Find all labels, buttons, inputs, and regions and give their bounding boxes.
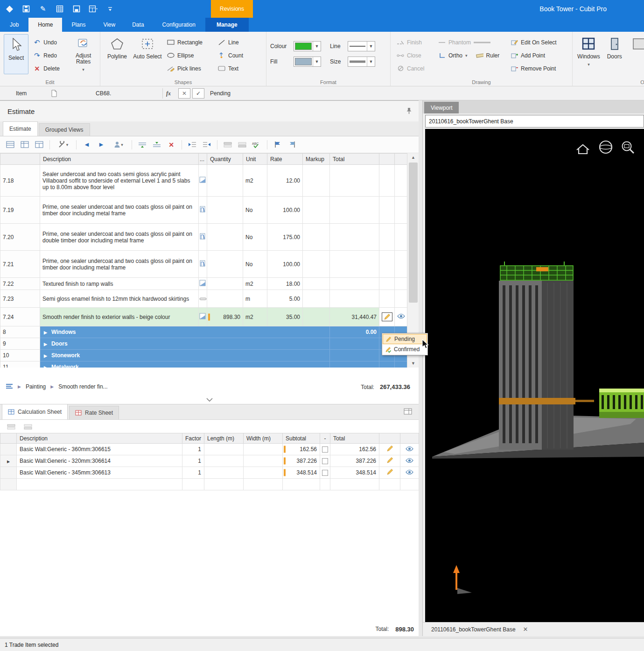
goto-item-icon[interactable] — [287, 139, 298, 150]
tab-estimate-view[interactable]: Estimate — [3, 121, 38, 136]
merge-down-icon[interactable] — [237, 139, 248, 150]
expand-icon[interactable]: ▶ — [44, 342, 47, 347]
table-icon[interactable] — [89, 4, 98, 14]
tab-grouped-views[interactable]: Grouped Views — [39, 123, 90, 136]
windows-button[interactable]: Windows ▾ — [576, 34, 601, 74]
col-factor[interactable]: Factor — [182, 433, 204, 444]
breadcrumb-item-painting[interactable]: Painting — [26, 383, 46, 390]
viewport-3d-canvas[interactable] — [425, 129, 644, 622]
col-total[interactable]: Total — [330, 433, 379, 444]
ellipse-button[interactable]: Ellipse — [165, 50, 213, 61]
col-edit[interactable] — [379, 154, 395, 165]
ortho-button[interactable]: Ortho▾ — [436, 50, 470, 61]
viewport-bottom-tab[interactable]: 20110616_bookTowerGhent Base — [431, 626, 516, 633]
group-row-metalwork[interactable]: 11 ▶Metalwork — [0, 361, 407, 368]
goto-drawing-icon[interactable] — [272, 139, 283, 150]
tab-job[interactable]: Job — [0, 18, 28, 32]
save-icon[interactable] — [21, 4, 31, 14]
model-selector[interactable]: 20110616_bookTowerGhent Base — [425, 115, 644, 127]
col-rate[interactable]: Rate — [267, 154, 303, 165]
redo-button[interactable]: ↷Redo — [31, 50, 67, 61]
edit-annotation-icon[interactable]: ✎ — [38, 4, 48, 14]
col-view[interactable] — [395, 154, 407, 165]
negate-checkbox[interactable] — [322, 446, 328, 453]
tab-calculation-sheet[interactable]: Calculation Sheet — [2, 404, 68, 419]
add-point-button[interactable]: Add Point — [508, 50, 566, 61]
trade-filter-dropdown[interactable]: ▾ — [110, 139, 127, 150]
tab-viewport[interactable]: Viewport — [424, 102, 459, 113]
col-subtotal[interactable]: Subtotal — [283, 433, 320, 444]
tools-dropdown[interactable]: ▾ — [55, 139, 71, 150]
hierarchy-icon[interactable] — [6, 383, 13, 390]
sheet-view-icon[interactable] — [5, 139, 16, 150]
cancel-button[interactable]: Cancel — [394, 63, 434, 74]
breadcrumb-item-current[interactable]: Smooth render fin... — [58, 383, 107, 390]
negate-checkbox[interactable] — [322, 458, 328, 464]
openings-cut-button[interactable] — [628, 34, 644, 74]
adjust-rates-button[interactable]: Adjust Rates ▾ — [70, 34, 97, 74]
scroll-down-icon[interactable]: ▼ — [407, 359, 419, 368]
tab-manage[interactable]: Manage — [205, 18, 249, 32]
ruler-button[interactable]: Ruler — [474, 50, 502, 61]
item-code[interactable]: CB68. — [96, 86, 111, 100]
column-chooser-icon[interactable] — [404, 408, 412, 416]
rectangle-button[interactable]: Rectangle — [165, 36, 213, 48]
select-button[interactable]: Select — [4, 34, 28, 74]
remove-point-button[interactable]: Remove Point — [508, 63, 566, 74]
edit-on-select-button[interactable]: Edit On Select — [508, 36, 566, 48]
col-unit[interactable]: Unit — [243, 154, 267, 165]
item-page-icon[interactable] — [49, 86, 59, 100]
insert-row-above-icon[interactable] — [137, 139, 148, 150]
tab-plans[interactable]: Plans — [62, 18, 95, 32]
group-row-doors[interactable]: 9 ▶Doors — [0, 338, 407, 350]
status-edit-cell[interactable] — [382, 312, 392, 321]
tab-data[interactable]: Data — [124, 18, 152, 32]
chevron-down-icon[interactable]: ▼ — [313, 42, 321, 51]
expand-icon[interactable]: ▶ — [44, 365, 47, 368]
group-row-windows[interactable]: 8 ▶Windows 0.00 — [0, 326, 407, 338]
sheet-view2-icon[interactable] — [19, 139, 30, 150]
tab-revisions[interactable]: Revisions — [211, 0, 253, 18]
calc-insert-row-icon[interactable] — [6, 421, 17, 432]
count-button[interactable]: Count — [216, 50, 250, 61]
pin-icon[interactable] — [406, 107, 412, 116]
expand-icon[interactable]: ▶ — [44, 354, 47, 358]
col-edit[interactable] — [379, 433, 400, 444]
delete-button[interactable]: ✕Delete — [31, 63, 67, 74]
col-description[interactable]: Description — [17, 433, 182, 444]
scroll-up-icon[interactable]: ▲ — [407, 153, 419, 162]
close-shape-button[interactable]: Close — [394, 50, 434, 61]
delete-row-button[interactable]: ✕ — [166, 139, 177, 150]
text-button[interactable]: Text — [216, 63, 250, 74]
chevron-down-icon[interactable]: ▼ — [367, 57, 375, 66]
indent-button[interactable] — [201, 139, 212, 150]
grid-icon[interactable] — [55, 4, 64, 14]
cancel-entry-button[interactable]: ✕ — [178, 88, 190, 99]
phantom-button[interactable]: Phantom — [436, 36, 506, 48]
col-markup[interactable]: Markup — [303, 154, 330, 165]
tab-rate-sheet[interactable]: Rate Sheet — [69, 406, 119, 419]
chevron-down-icon[interactable]: ▼ — [313, 57, 321, 66]
sheet-view3-icon[interactable] — [34, 139, 45, 150]
doors-button[interactable]: Doors — [603, 34, 625, 74]
insert-row-below-icon[interactable] — [151, 139, 162, 150]
outdent-button[interactable] — [187, 139, 198, 150]
qat-customize-icon[interactable] — [105, 4, 115, 14]
group-row-stonework[interactable]: 10 ▶Stonework — [0, 350, 407, 361]
expand-icon[interactable]: ▶ — [44, 330, 47, 335]
accept-entry-button[interactable]: ✓ — [192, 88, 204, 99]
chevron-down-icon[interactable]: ▾ — [588, 62, 590, 68]
col-width[interactable]: Width (m) — [244, 433, 283, 444]
col-dots[interactable]: ... — [199, 154, 207, 165]
undo-button[interactable]: ↶Undo — [31, 36, 67, 48]
polyline-button[interactable]: Polyline — [104, 34, 130, 74]
menu-item-pending[interactable]: Pending — [383, 334, 427, 344]
menu-item-confirmed[interactable]: Confirmed — [383, 344, 427, 354]
close-icon[interactable]: ✕ — [523, 626, 528, 633]
col-view[interactable] — [400, 433, 419, 444]
calc-delete-row-icon[interactable] — [22, 421, 34, 432]
formula-value[interactable]: Pending — [210, 86, 231, 100]
scrollbar-thumb[interactable] — [409, 163, 418, 303]
spell-check-icon[interactable]: ABC — [251, 139, 262, 150]
previous-item-button[interactable]: ◀ — [81, 139, 92, 150]
